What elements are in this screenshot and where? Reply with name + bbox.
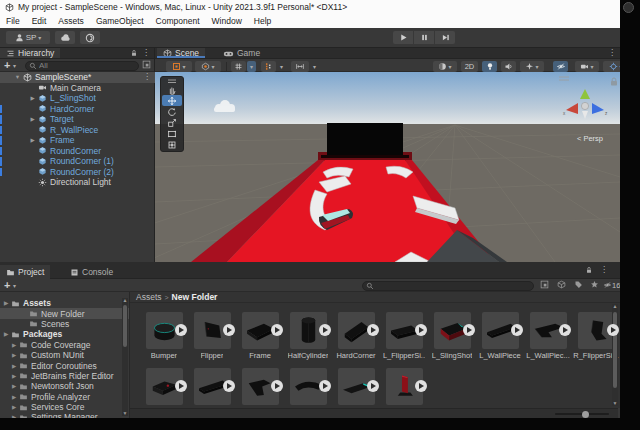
snap-increment-dropdown[interactable]: ▾ bbox=[277, 61, 286, 72]
hierarchy-row[interactable]: ▶ Target bbox=[0, 114, 155, 125]
menu-item[interactable]: Component bbox=[150, 16, 206, 26]
label-filter-icon[interactable] bbox=[574, 280, 583, 289]
add-object-button[interactable]: + bbox=[4, 60, 10, 71]
folder-row[interactable]: ▶ Editor Coroutines bbox=[0, 360, 129, 370]
hierarchy-row[interactable]: ▶ R_WallPiece bbox=[0, 125, 155, 136]
tab-scene[interactable]: Scene bbox=[157, 48, 205, 58]
tab-console[interactable]: Console bbox=[64, 265, 119, 279]
folder-row[interactable]: ▶ Services Core bbox=[0, 402, 129, 412]
prefab-expand-badge[interactable] bbox=[415, 324, 427, 336]
menu-item[interactable]: File bbox=[0, 16, 26, 26]
snap-increment-button[interactable] bbox=[261, 61, 276, 72]
hierarchy-row[interactable]: ▶ Directional Light bbox=[0, 177, 155, 188]
folder-row[interactable]: ▶ Code Coverage bbox=[0, 340, 129, 350]
folder-row[interactable]: ▶ New Folder bbox=[0, 308, 129, 318]
packages-filter-icon[interactable] bbox=[557, 280, 566, 289]
lock-icon[interactable] bbox=[130, 49, 138, 57]
menu-item[interactable]: Edit bbox=[26, 16, 53, 26]
account-dropdown[interactable]: SP ▾ bbox=[6, 31, 50, 44]
project-search-input[interactable] bbox=[376, 281, 530, 290]
hierarchy-row[interactable]: ▶ L_SlingShot bbox=[0, 93, 155, 104]
scene-row-kebab[interactable]: ⋮ bbox=[143, 73, 151, 81]
scene-visibility-button[interactable] bbox=[553, 61, 568, 72]
tool-handle-position-dropdown[interactable]: ▾ bbox=[166, 61, 192, 72]
hierarchy-row[interactable]: ▶ RoundCorner bbox=[0, 146, 155, 157]
tool-handle-rotation-dropdown[interactable]: ▾ bbox=[195, 61, 221, 72]
snap-size-button[interactable] bbox=[291, 61, 309, 72]
prefab-expand-badge[interactable] bbox=[367, 324, 379, 336]
thumbnail-zoom-knob[interactable] bbox=[582, 411, 589, 418]
asset-item[interactable]: Bumper bbox=[140, 312, 188, 360]
asset-item[interactable]: L_SlingShot bbox=[428, 312, 476, 360]
hierarchy-row[interactable]: ▶ RoundCorner (1) bbox=[0, 156, 155, 167]
hierarchy-row-scene[interactable]: ▼ SampleScene* ⋮ bbox=[0, 72, 155, 83]
open-search-icon[interactable] bbox=[540, 280, 549, 289]
prefab-expand-badge[interactable] bbox=[367, 380, 379, 392]
hierarchy-search-input[interactable] bbox=[39, 61, 135, 70]
asset-item[interactable] bbox=[332, 368, 380, 405]
cloud-button[interactable] bbox=[55, 31, 75, 44]
grid-visibility-button[interactable] bbox=[231, 61, 246, 72]
menu-item[interactable]: GameObject bbox=[90, 16, 150, 26]
folder-row[interactable]: ▶ Scenes bbox=[0, 319, 129, 329]
prefab-expand-badge[interactable] bbox=[415, 380, 427, 392]
prefab-expand-badge[interactable] bbox=[223, 324, 235, 336]
prefab-expand-badge[interactable] bbox=[319, 380, 331, 392]
shading-mode-dropdown[interactable]: ▾ bbox=[433, 61, 457, 72]
scene-menu-kebab[interactable]: ⋮ bbox=[608, 49, 616, 57]
view-tool-button[interactable] bbox=[162, 84, 182, 95]
asset-item[interactable] bbox=[140, 368, 188, 405]
favorites-filter-icon[interactable] bbox=[590, 280, 599, 289]
snap-size-dropdown[interactable]: ▾ bbox=[310, 61, 319, 72]
project-lock-icon[interactable] bbox=[585, 266, 593, 274]
rotate-tool-button[interactable] bbox=[162, 106, 182, 117]
window-titlebar[interactable]: My project - SampleScene - Windows, Mac,… bbox=[0, 0, 620, 14]
asset-item[interactable] bbox=[380, 368, 428, 405]
tab-project[interactable]: Project bbox=[0, 265, 50, 279]
hidden-count-icon[interactable] bbox=[603, 281, 612, 289]
menu-item[interactable]: Help bbox=[248, 16, 277, 26]
transform-tool-button[interactable] bbox=[162, 139, 182, 150]
scale-tool-button[interactable] bbox=[162, 117, 182, 128]
asset-item[interactable]: HalfCylinder bbox=[284, 312, 332, 360]
folder-row[interactable]: ▶ Assets bbox=[0, 298, 129, 308]
scene-viewport[interactable]: x z < Persp bbox=[155, 72, 620, 262]
asset-item[interactable]: Frame bbox=[236, 312, 284, 360]
tab-hierarchy[interactable]: Hierarchy bbox=[0, 48, 60, 58]
asset-item[interactable]: Flipper bbox=[188, 312, 236, 360]
hierarchy-row[interactable]: ▶ HardCorner bbox=[0, 104, 155, 115]
tab-game[interactable]: Game bbox=[217, 48, 266, 58]
folder-row[interactable]: ▶ Profile Analyzer bbox=[0, 392, 129, 402]
play-button[interactable] bbox=[393, 31, 413, 44]
search-window-icon[interactable] bbox=[142, 60, 151, 69]
folder-row[interactable]: ▶ Custom NUnit bbox=[0, 350, 129, 360]
2d-toggle-button[interactable]: 2D bbox=[461, 61, 478, 72]
asset-item[interactable] bbox=[284, 368, 332, 405]
asset-grid-scrollbar[interactable]: ▲ ▼ bbox=[612, 304, 618, 406]
scene-lighting-button[interactable] bbox=[482, 61, 497, 72]
camera-settings-dropdown[interactable]: ▾ bbox=[575, 61, 599, 72]
version-control-button[interactable] bbox=[80, 31, 100, 44]
prefab-expand-badge[interactable] bbox=[223, 380, 235, 392]
project-search[interactable] bbox=[362, 281, 534, 291]
hierarchy-row[interactable]: ▶ Frame bbox=[0, 135, 155, 146]
asset-item[interactable] bbox=[236, 368, 284, 405]
asset-item[interactable]: HardCorner bbox=[332, 312, 380, 360]
hierarchy-row[interactable]: ▶ RoundCorner (2) bbox=[0, 167, 155, 178]
breadcrumb-root[interactable]: Assets bbox=[136, 292, 162, 302]
menu-item[interactable]: Assets bbox=[52, 16, 90, 26]
prefab-expand-badge[interactable] bbox=[559, 324, 571, 336]
asset-item[interactable]: L_FlipperSi.. bbox=[380, 312, 428, 360]
folder-tree-scrollbar[interactable]: ▲ ▼ bbox=[122, 298, 128, 416]
scene-audio-button[interactable] bbox=[501, 61, 516, 72]
prefab-expand-badge[interactable] bbox=[175, 324, 187, 336]
asset-item[interactable] bbox=[188, 368, 236, 405]
pause-button[interactable] bbox=[414, 31, 434, 44]
prefab-expand-badge[interactable] bbox=[319, 324, 331, 336]
rect-tool-button[interactable] bbox=[162, 128, 182, 139]
prefab-expand-badge[interactable] bbox=[511, 324, 523, 336]
asset-item[interactable]: L_WallPiec... bbox=[524, 312, 572, 360]
move-tool-button[interactable] bbox=[162, 95, 182, 106]
asset-item[interactable]: L_WallPiece bbox=[476, 312, 524, 360]
prefab-expand-badge[interactable] bbox=[607, 324, 619, 336]
